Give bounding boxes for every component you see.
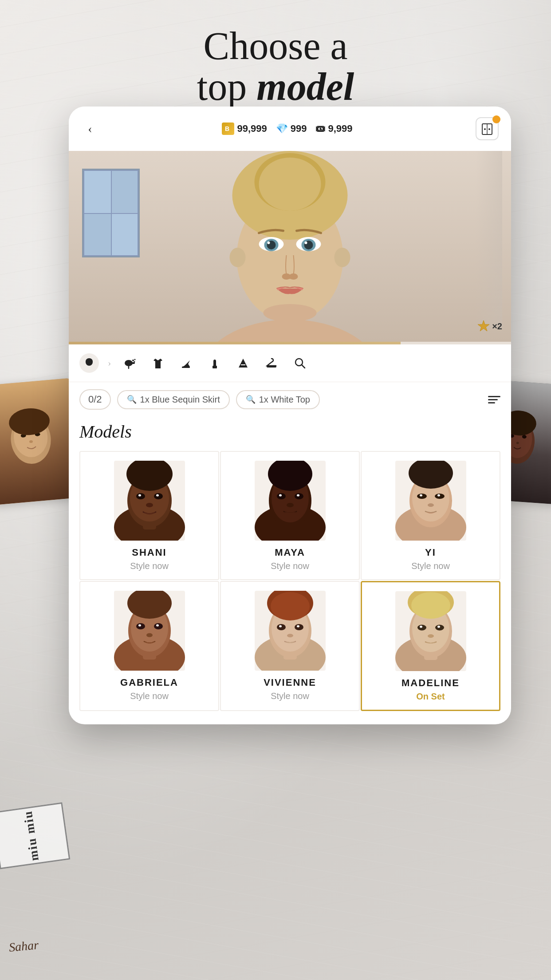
svg-point-100 [156,624,159,627]
svg-point-66 [138,494,141,497]
svg-point-112 [297,625,299,628]
model-card-maya[interactable]: MAYA Style now [220,451,360,580]
svg-point-29 [230,248,246,267]
separator-icon: › [108,357,111,369]
svg-rect-52 [213,360,216,367]
top-icon[interactable] [148,353,168,373]
title-line1: Choose a [0,27,551,66]
svg-point-16 [488,128,490,130]
svg-point-40 [289,273,298,280]
svg-point-101 [146,633,153,637]
svg-point-89 [437,494,440,497]
svg-point-67 [156,494,159,497]
filter-tag-1[interactable]: 🔍 1x Blue Sequin Skirt [117,390,230,409]
svg-point-15 [484,128,486,130]
hair-dryer-icon[interactable] [120,353,139,373]
svg-point-68 [146,503,153,507]
model-preview-area: ×2 [69,151,511,342]
svg-point-65 [154,493,163,499]
wardrobe-icon [480,122,494,135]
model-status-vivienne: Style now [271,691,309,701]
model-status-madeline: On Set [416,692,445,702]
svg-point-125 [428,634,434,638]
svg-point-38 [305,241,307,244]
svg-point-48 [132,360,134,361]
model-avatar-shani [114,461,185,541]
svg-point-97 [136,623,145,629]
model-card-vivienne[interactable]: VIVIENNE Style now [220,581,360,711]
svg-point-44 [86,358,93,364]
svg-point-123 [420,626,422,628]
svg-point-49 [134,359,136,360]
svg-point-88 [420,494,422,497]
app-card: ‹ B 99,999 💎 999 🎟 9,999 [69,107,511,724]
svg-point-86 [417,494,427,499]
models-section: Models [69,421,511,724]
svg-rect-55 [267,366,276,368]
makeup-icon[interactable] [233,353,253,373]
stars-badge: ×2 [477,320,502,333]
svg-point-79 [287,503,294,507]
svg-point-98 [154,623,163,629]
filter-count: 0/2 [79,389,111,410]
svg-point-99 [138,624,141,627]
svg-point-87 [435,494,445,499]
svg-point-64 [136,493,145,499]
svg-rect-46 [131,362,135,364]
model-name-vivienne: VIVIENNE [264,677,316,688]
model-card-gabriela[interactable]: GABRIELA Style now [79,581,219,711]
svg-point-110 [295,624,303,630]
back-button[interactable]: ‹ [81,120,99,138]
hanger-icon[interactable] [262,353,281,373]
svg-point-108 [271,592,310,620]
brand-label: miu miu [20,810,42,862]
gold-icon: B [222,122,234,135]
wardrobe-badge [492,115,500,123]
heels-icon[interactable] [177,353,196,373]
svg-marker-42 [478,320,489,331]
model-avatar-maya [255,461,326,541]
gold-currency: B 99,999 [222,122,267,135]
ticket-currency: 🎟 9,999 [315,123,352,134]
toolbar: › [69,344,511,382]
sort-button[interactable] [488,396,500,403]
models-grid: SHANI Style now [79,451,500,711]
model-card-madeline[interactable]: MADELINE On Set [361,581,500,711]
svg-point-78 [297,494,299,497]
model-name-gabriela: GABRIELA [120,677,178,688]
filter-search-icon-2: 🔍 [246,395,256,404]
svg-line-57 [302,365,305,368]
model-card-yi[interactable]: YI Style now [361,451,500,580]
svg-point-41 [264,304,317,322]
gem-currency: 💎 999 [276,123,307,134]
hair-icon[interactable] [79,353,99,373]
svg-text:B: B [225,125,229,132]
svg-point-30 [335,248,350,267]
svg-rect-53 [213,366,217,368]
model-name-yi: YI [425,547,436,558]
page-title: Choose a top model [0,27,551,109]
model-avatar-gabriela [114,591,185,671]
model-name-madeline: MADELINE [401,677,460,689]
model-avatar-vivienne [255,591,326,671]
top-nav: ‹ B 99,999 💎 999 🎟 9,999 [69,107,511,151]
model-status-maya: Style now [271,561,309,571]
gem-icon: 💎 [276,123,288,134]
svg-point-75 [277,493,286,499]
svg-point-77 [279,494,282,497]
filter-tag-2[interactable]: 🔍 1x White Top [236,390,320,409]
model-name-maya: MAYA [275,547,305,558]
model-name-shani: SHANI [132,547,166,558]
model-status-yi: Style now [411,561,450,571]
svg-point-113 [287,634,293,637]
search-icon[interactable] [290,353,310,373]
filter-search-icon-1: 🔍 [127,395,137,404]
svg-point-90 [428,503,434,507]
lipstick-icon[interactable] [205,353,224,373]
svg-point-28 [259,158,321,211]
model-avatar-madeline [395,591,466,671]
model-face [69,151,511,342]
svg-point-34 [268,241,270,244]
wardrobe-button[interactable] [476,117,499,140]
model-card-shani[interactable]: SHANI Style now [79,451,219,580]
